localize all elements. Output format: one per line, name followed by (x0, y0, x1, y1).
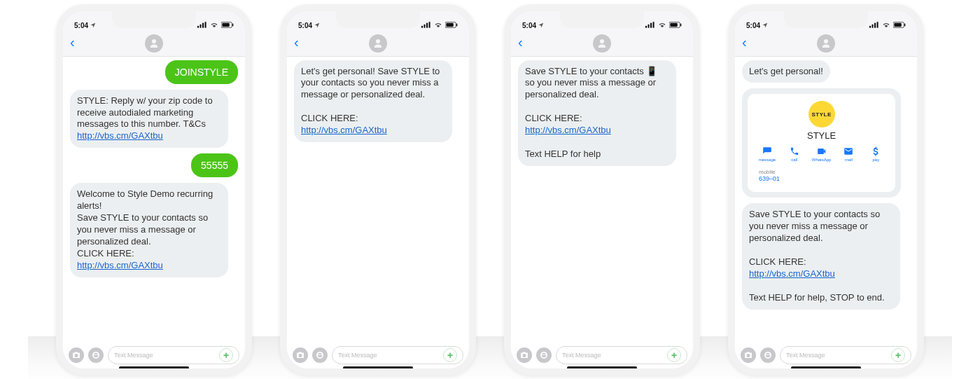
camera-button[interactable] (69, 347, 84, 363)
svg-rect-5 (222, 22, 229, 27)
svg-rect-10 (429, 22, 430, 27)
back-button[interactable]: ‹ (70, 35, 75, 49)
send-button[interactable] (443, 348, 457, 362)
battery-icon (669, 22, 682, 29)
wifi-icon (882, 22, 890, 29)
contact-avatar[interactable] (145, 34, 163, 53)
received-message: STYLE: Reply w/ your zip code to receive… (70, 90, 228, 149)
home-indicator (119, 366, 189, 369)
message-tail: Text HELP for help, STOP to end. (749, 292, 885, 303)
received-message: Save STYLE to your contacts so you never… (742, 203, 900, 309)
text-input[interactable]: Text Message (108, 346, 239, 364)
svg-rect-22 (872, 24, 874, 27)
input-placeholder: Text Message (786, 352, 825, 359)
svg-rect-8 (424, 24, 426, 27)
home-indicator (791, 366, 861, 369)
battery-icon (221, 22, 234, 29)
svg-rect-23 (874, 22, 876, 27)
send-button[interactable] (667, 348, 681, 362)
message-text: Welcome to Style Demo recurring alerts! … (77, 188, 213, 258)
card-action-call[interactable]: call (782, 146, 807, 162)
send-button[interactable] (219, 348, 233, 362)
signal-icon (421, 22, 431, 29)
phone-mockup: 5:04‹JOINSTYLESTYLE: Reply w/ your zip c… (56, 4, 252, 375)
contact-card[interactable]: STYLESTYLEmessagecallWhatsAppmailpaymobi… (742, 88, 901, 198)
message-link[interactable]: http://vbs.cm/GAXtbu (301, 125, 387, 135)
svg-rect-17 (653, 22, 654, 27)
contact-avatar[interactable] (817, 34, 835, 53)
location-icon (314, 22, 320, 29)
message-link[interactable]: http://vbs.cm/GAXtbu (525, 125, 611, 135)
status-time: 5:04 (746, 22, 760, 29)
svg-rect-19 (670, 22, 677, 27)
input-bar: Text Message (741, 346, 911, 364)
sent-message: JOINSTYLE (165, 60, 238, 84)
text-input[interactable]: Text Message (556, 346, 687, 364)
phone-mockup: 5:04‹Let's get personal!STYLESTYLEmessag… (728, 4, 924, 375)
back-button[interactable]: ‹ (742, 35, 747, 49)
svg-rect-9 (426, 22, 428, 27)
home-indicator (343, 366, 413, 369)
signal-icon (197, 22, 207, 29)
phone-row: 5:04‹JOINSTYLESTYLE: Reply w/ your zip c… (56, 4, 924, 375)
message-text: Save STYLE to your contacts 📱 so you nev… (525, 66, 657, 124)
card-action-message[interactable]: message (755, 146, 780, 162)
wifi-icon (434, 22, 442, 29)
contact-avatar[interactable] (593, 34, 611, 53)
notch (336, 11, 420, 28)
location-icon (90, 22, 96, 29)
camera-button[interactable] (741, 347, 756, 363)
notch (112, 11, 196, 28)
received-message: Let's get personal! Save STYLE to your c… (294, 60, 452, 142)
input-bar: Text Message (293, 346, 463, 364)
nav-bar: ‹ (735, 31, 917, 57)
location-icon (762, 22, 768, 29)
card-action-WhatsApp[interactable]: WhatsApp (809, 146, 834, 162)
message-text: STYLE: Reply w/ your zip code to receive… (77, 95, 213, 130)
home-indicator (567, 366, 637, 369)
message-link[interactable]: http://vbs.cm/GAXtbu (77, 260, 163, 270)
text-input[interactable]: Text Message (332, 346, 463, 364)
nav-bar: ‹ (63, 31, 245, 57)
nav-bar: ‹ (287, 31, 469, 57)
appstore-button[interactable] (760, 347, 776, 363)
card-action-pay[interactable]: pay (863, 146, 888, 162)
text-input[interactable]: Text Message (780, 346, 911, 364)
notch (560, 11, 644, 28)
input-placeholder: Text Message (562, 352, 601, 359)
phone-mockup: 5:04‹Save STYLE to your contacts 📱 so yo… (504, 4, 700, 375)
notch (784, 11, 868, 28)
back-button[interactable]: ‹ (294, 35, 299, 49)
status-time: 5:04 (522, 22, 536, 29)
message-link[interactable]: http://vbs.cm/GAXtbu (77, 130, 163, 141)
svg-rect-26 (894, 22, 901, 27)
send-button[interactable] (891, 348, 905, 362)
camera-button[interactable] (293, 347, 308, 363)
input-bar: Text Message (517, 346, 687, 364)
svg-rect-24 (877, 22, 878, 27)
message-thread: Let's get personal!STYLESTYLEmessagecall… (735, 55, 917, 340)
appstore-button[interactable] (88, 347, 104, 363)
message-text: Save STYLE to your contacts so you never… (749, 209, 880, 267)
received-message: Save STYLE to your contacts 📱 so you nev… (518, 60, 676, 166)
phone-mockup: 5:04‹Let's get personal! Save STYLE to y… (280, 4, 476, 375)
card-body: STYLESTYLEmessagecallWhatsAppmailpaymobi… (748, 94, 895, 192)
appstore-button[interactable] (536, 347, 552, 363)
message-link[interactable]: http://vbs.cm/GAXtbu (749, 268, 835, 279)
input-bar: Text Message (69, 346, 239, 364)
svg-rect-15 (648, 24, 650, 27)
appstore-button[interactable] (312, 347, 328, 363)
battery-icon (893, 22, 906, 29)
back-button[interactable]: ‹ (518, 35, 523, 49)
wifi-icon (210, 22, 218, 29)
svg-rect-6 (232, 23, 233, 26)
brand-name: STYLE (755, 130, 888, 141)
svg-rect-12 (446, 22, 453, 27)
card-action-mail[interactable]: mail (836, 146, 862, 162)
location-icon (538, 22, 544, 29)
contact-avatar[interactable] (369, 34, 387, 53)
camera-button[interactable] (517, 347, 532, 363)
received-message: Welcome to Style Demo recurring alerts! … (70, 183, 228, 277)
brand-logo: STYLE (808, 101, 835, 128)
message-thread: JOINSTYLESTYLE: Reply w/ your zip code t… (63, 55, 245, 340)
